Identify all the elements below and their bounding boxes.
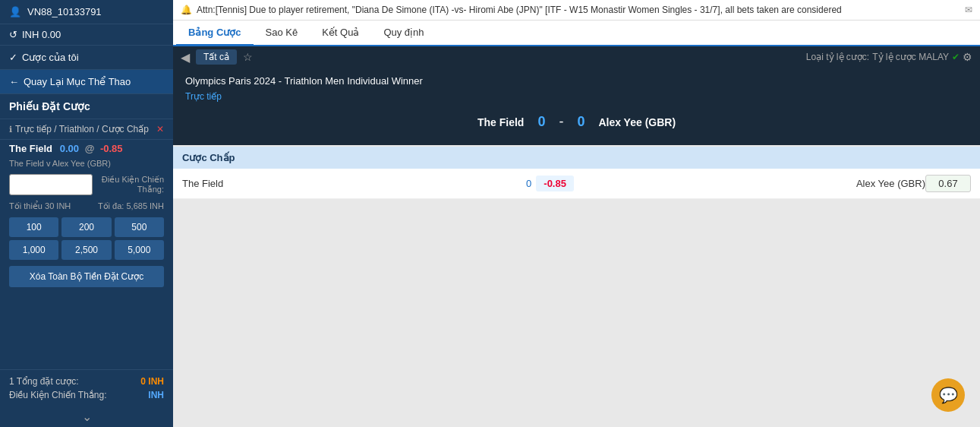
- amount-200[interactable]: 200: [61, 217, 111, 237]
- checkmark-icon: ✓: [9, 52, 17, 63]
- user-icon: 👤: [9, 6, 21, 17]
- sidebar-footer: 1 Tổng đặt cược: 0 INH Điều Kiện Chiến T…: [0, 369, 173, 406]
- win-condition-row: Điều Kiện Chiến Thắng: INH: [9, 388, 164, 402]
- bet-min-max: Tối thiểu 30 INH Tối đa: 5,685 INH: [0, 200, 173, 214]
- amount-100[interactable]: 100: [9, 217, 58, 237]
- score-dash: -: [559, 114, 563, 130]
- bet-slip-title: Phiếu Đặt Cược: [0, 94, 173, 119]
- score-left: 0: [537, 114, 545, 130]
- favorite-star-icon[interactable]: ☆: [243, 51, 253, 63]
- balance-row: ↺ INH 0.00: [0, 24, 173, 46]
- main-content: 🔔 Attn:[Tennis] Due to player retirement…: [173, 0, 980, 427]
- market-handicap: -0.85: [536, 176, 574, 191]
- bet-handicap: -0.85: [100, 143, 123, 154]
- bet-match: The Field v Alex Yee (GBR): [0, 157, 173, 169]
- bet-team: The Field 0.00 @ -0.85: [0, 140, 173, 157]
- bet-info-row: ℹ Trực tiếp / Triathlon / Cược Chấp ✕: [0, 119, 173, 140]
- tab-quy-dinh[interactable]: Quy định: [371, 21, 436, 46]
- chat-button[interactable]: 💬: [931, 378, 965, 412]
- total-bets-row: 1 Tổng đặt cược: 0 INH: [9, 375, 164, 388]
- max-label: Tối đa: 5,685 INH: [98, 201, 164, 211]
- bet-condition-label: Điều Kiện Chiến Thắng:: [97, 175, 164, 195]
- mail-icon[interactable]: ✉: [965, 5, 972, 15]
- nav-tabs: Bảng Cược Sao Kê Kết Quả Quy định: [173, 21, 980, 46]
- amount-5000[interactable]: 5,000: [115, 240, 164, 260]
- my-bets-row[interactable]: ✓ Cược của tôi: [0, 46, 173, 70]
- info-icon: ℹ: [9, 125, 12, 134]
- refresh-icon[interactable]: ↺: [9, 29, 17, 40]
- balance-value: INH 0.00: [22, 29, 61, 40]
- market-row[interactable]: The Field 0 -0.85 Alex Yee (GBR) 0.67: [173, 169, 980, 199]
- market-team-name: The Field: [182, 178, 526, 189]
- all-button[interactable]: Tất cả: [196, 49, 237, 65]
- score-right: 0: [577, 114, 585, 130]
- sidebar: 👤 VN88_10133791 ↺ INH 0.00 ✓ Cược của tô…: [0, 0, 173, 427]
- settings-icon[interactable]: ⚙: [963, 51, 972, 63]
- odds-check-icon: ✔: [952, 52, 960, 62]
- market-score: 0: [526, 178, 531, 189]
- notification-bar: 🔔 Attn:[Tennis] Due to player retirement…: [173, 0, 980, 21]
- market-section: Cược Chấp The Field 0 -0.85 Alex Yee (GB…: [173, 147, 980, 199]
- notification-icon: 🔔: [181, 5, 192, 15]
- odds-type-label: Loại tỷ lệ cược:: [806, 52, 869, 62]
- tab-sao-ke[interactable]: Sao Kê: [254, 21, 310, 46]
- amount-1000[interactable]: 1,000: [9, 240, 58, 260]
- bet-amount-input[interactable]: [9, 174, 93, 195]
- scroll-down-indicator: ⌄: [0, 406, 173, 427]
- total-bets-value: 0 INH: [140, 376, 164, 387]
- back-to-sports[interactable]: ← Quay Lại Mục Thể Thao: [0, 70, 173, 94]
- back-arrow-icon: ←: [9, 76, 19, 87]
- notification-text: Attn:[Tennis] Due to player retirement, …: [197, 5, 960, 15]
- back-arrow-main[interactable]: ◀: [181, 50, 190, 65]
- total-bets-label: 1 Tổng đặt cược:: [9, 376, 78, 387]
- amount-2500[interactable]: 2,500: [61, 240, 111, 260]
- remove-bet-button[interactable]: ✕: [156, 124, 164, 134]
- bet-odds: 0.00: [60, 143, 79, 154]
- clear-all-button[interactable]: Xóa Toàn Bộ Tiền Đặt Cược: [9, 266, 164, 287]
- amount-500[interactable]: 500: [115, 217, 164, 237]
- team-right: Alex Yee (GBR): [598, 116, 676, 128]
- game-header-bar: ◀ Tất cả ☆ Loại tỷ lệ cược: Tỷ lệ cược M…: [173, 46, 980, 68]
- score-row: The Field 0 - 0 Alex Yee (GBR): [185, 109, 968, 134]
- chat-icon: 💬: [939, 386, 958, 404]
- win-condition-value: INH: [148, 390, 164, 400]
- bet-info-text: Trực tiếp / Triathlon / Cược Chấp: [15, 124, 149, 134]
- back-label: Quay Lại Mục Thể Thao: [24, 76, 131, 87]
- sidebar-header: 👤 VN88_10133791: [0, 0, 173, 24]
- my-bets-label: Cược của tôi: [22, 52, 79, 63]
- odds-type-value: Tỷ lệ cược MALAY: [872, 52, 949, 62]
- tab-bang-cuoc[interactable]: Bảng Cược: [176, 21, 254, 46]
- odds-type-display: Loại tỷ lệ cược: Tỷ lệ cược MALAY ✔ ⚙: [806, 51, 972, 63]
- market-odds-right[interactable]: 0.67: [925, 175, 971, 192]
- tab-ket-qua[interactable]: Kết Quả: [310, 21, 371, 46]
- team-left: The Field: [477, 116, 524, 128]
- min-label: Tối thiểu 30 INH: [9, 201, 71, 211]
- game-title: Olympics Paris 2024 - Triathlon Men Indi…: [185, 75, 968, 87]
- username: VN88_10133791: [27, 6, 102, 17]
- bet-input-row: Điều Kiện Chiến Thắng:: [0, 169, 173, 200]
- live-badge: Trực tiếp: [185, 91, 968, 102]
- game-area: ◀ Tất cả ☆ Loại tỷ lệ cược: Tỷ lệ cược M…: [173, 46, 980, 427]
- quick-amounts: 100 200 500 1,000 2,500 5,000: [0, 214, 173, 263]
- at-symbol: @: [85, 143, 95, 154]
- market-away-team: Alex Yee (GBR): [581, 178, 925, 189]
- game-scoreboard: Olympics Paris 2024 - Triathlon Men Indi…: [173, 68, 980, 145]
- win-condition-label: Điều Kiện Chiến Thắng:: [9, 390, 107, 400]
- market-header: Cược Chấp: [173, 147, 980, 169]
